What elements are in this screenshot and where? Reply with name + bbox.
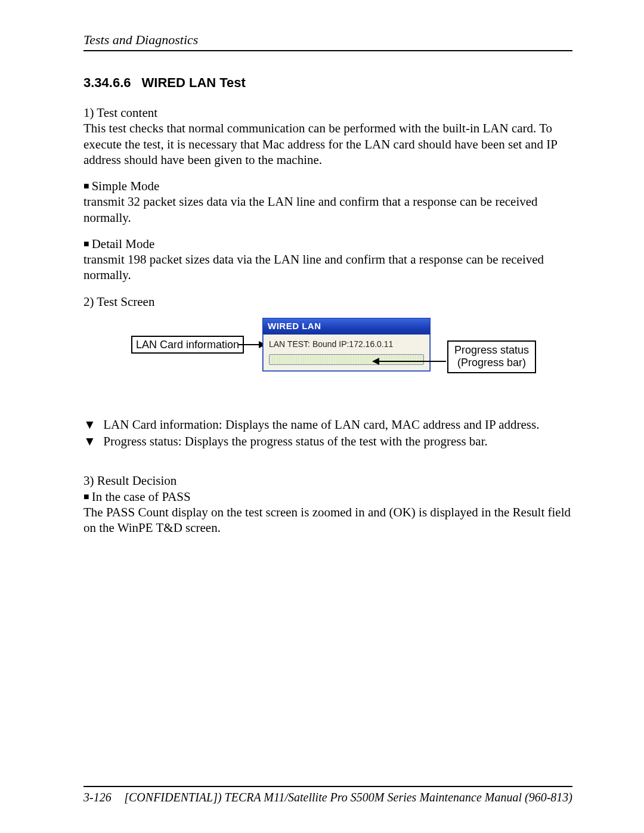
- diagram-desc-2: ▼ Progress status: Displays the progress…: [83, 433, 572, 449]
- window-titlebar: WIRED LAN: [263, 318, 430, 335]
- arrow-left-icon: [373, 361, 446, 362]
- window-body: LAN TEST: Bound IP:172.16.0.11: [263, 335, 430, 371]
- page-footer: 3-126 [CONFIDENTIAL]) TECRA M11/Satellit…: [83, 786, 572, 804]
- section-heading: 3.34.6.6WIRED LAN Test: [83, 75, 572, 91]
- triangle-down-icon: ▼: [83, 433, 100, 449]
- test-screen-label: 2) Test Screen: [83, 294, 572, 309]
- simple-mode-heading: Simple Mode: [83, 178, 572, 194]
- detail-mode-body: transmit 198 packet sizes data via the L…: [83, 252, 572, 283]
- test-content-label: 1) Test content: [83, 105, 572, 120]
- test-screen-diagram: LAN Card information WIRED LAN LAN TEST:…: [107, 318, 572, 395]
- running-header: Tests and Diagnostics: [83, 32, 572, 48]
- pass-case-body: The PASS Count display on the test scree…: [83, 504, 572, 536]
- lan-card-info-label: LAN Card information: [131, 336, 244, 354]
- header-rule: [83, 50, 572, 51]
- document-page: Tests and Diagnostics 3.34.6.6WIRED LAN …: [0, 0, 644, 833]
- test-content-body: This test checks that normal communicati…: [83, 120, 572, 168]
- detail-mode-heading: Detail Mode: [83, 236, 572, 252]
- section-number: 3.34.6.6: [83, 75, 131, 90]
- page-number: 3-126: [83, 791, 112, 804]
- triangle-down-icon: ▼: [83, 417, 100, 432]
- section-title: WIRED LAN Test: [142, 75, 246, 90]
- lan-test-status-text: LAN TEST: Bound IP:172.16.0.11: [269, 339, 424, 350]
- arrow-right-icon: [239, 344, 265, 345]
- simple-mode-body: transmit 32 packet sizes data via the LA…: [83, 194, 572, 225]
- progress-status-label-line2: (Progress bar): [454, 357, 529, 370]
- diagram-desc-1: ▼ LAN Card information: Displays the nam…: [83, 417, 572, 432]
- wired-lan-window: WIRED LAN LAN TEST: Bound IP:172.16.0.11: [262, 318, 431, 371]
- footer-text: [CONFIDENTIAL]) TECRA M11/Satellite Pro …: [124, 791, 572, 804]
- progress-status-label: Progress status (Progress bar): [447, 340, 536, 373]
- pass-case-heading: In the case of PASS: [83, 489, 572, 504]
- progress-bar: [269, 354, 424, 365]
- footer-rule: [83, 786, 572, 787]
- body-text: 1) Test content This test checks that no…: [83, 105, 572, 535]
- result-decision-label: 3) Result Decision: [83, 473, 572, 488]
- progress-status-label-line1: Progress status: [454, 344, 529, 357]
